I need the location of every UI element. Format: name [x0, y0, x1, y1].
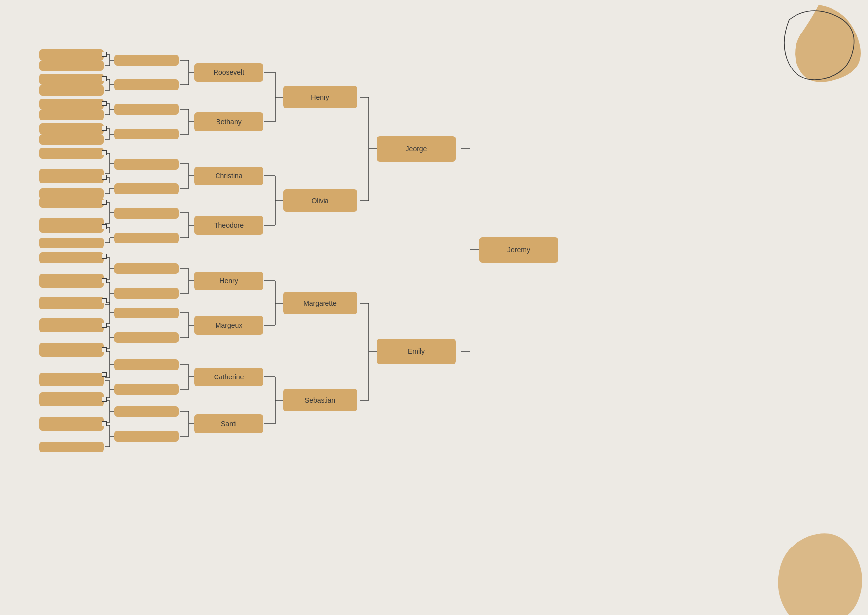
sq-conn-6: [102, 175, 107, 180]
r3-label-1: Bethany: [216, 118, 241, 126]
r1-node-6: [39, 109, 104, 120]
r3-node-henry: Henry: [194, 272, 263, 290]
r4-label-0: Henry: [311, 93, 329, 101]
r3-node-bethany: Bethany: [194, 112, 263, 131]
sq-conn-8: [102, 224, 107, 229]
r2-node-16: [114, 431, 179, 442]
r2-node-4: [114, 129, 179, 139]
r1-node-1: [39, 49, 104, 60]
r4-node-olivia: Olivia: [283, 189, 357, 212]
r2-node-2: [114, 79, 179, 90]
sq-conn-16: [102, 421, 107, 426]
r2-node-13: [114, 359, 179, 370]
r1-node-15: [39, 222, 104, 233]
r2-node-1: [114, 55, 179, 66]
r3-node-margeux: Margeux: [194, 316, 263, 335]
r1-node-31: [39, 420, 104, 431]
r5-label-1: Emily: [408, 347, 425, 355]
r1-node-2: [39, 60, 104, 71]
r1-node-32: [39, 442, 104, 452]
r6-label-0: Jeremy: [507, 246, 530, 254]
r1-node-23: [39, 321, 104, 332]
sq-conn-5: [102, 150, 107, 155]
r5-node-emily: Emily: [377, 339, 456, 364]
r3-node-theodore: Theodore: [194, 216, 263, 235]
r1-node-13: [39, 197, 104, 208]
r1-node-16: [39, 238, 104, 248]
sq-conn-14: [102, 372, 107, 377]
r2-node-11: [114, 308, 179, 318]
r4-label-1: Olivia: [311, 197, 328, 205]
r1-node-7: [39, 123, 104, 134]
r4-label-2: Margarette: [303, 299, 337, 307]
r2-node-10: [114, 288, 179, 299]
r6-node-jeremy: Jeremy: [479, 237, 558, 263]
r4-node-henry: Henry: [283, 86, 357, 108]
r3-label-3: Theodore: [214, 221, 244, 229]
r3-node-catherine: Catherine: [194, 368, 263, 386]
bracket-container: Roosevelt Bethany Christina Theodore Hen…: [39, 25, 631, 591]
r1-node-4: [39, 85, 104, 96]
r1-node-11: [39, 172, 104, 183]
r4-node-margarette: Margarette: [283, 292, 357, 314]
r1-node-19: [39, 277, 104, 288]
r1-node-21: [39, 297, 104, 308]
sq-conn-1: [102, 52, 107, 57]
sq-conn-10: [102, 278, 107, 283]
r1-node-29: [39, 395, 104, 406]
r3-label-2: Christina: [215, 172, 242, 180]
sq-conn-3: [102, 101, 107, 106]
r3-node-christina: Christina: [194, 167, 263, 185]
r1-node-25: [39, 346, 104, 357]
r2-node-12: [114, 332, 179, 343]
r3-label-0: Roosevelt: [214, 68, 244, 76]
r2-node-14: [114, 384, 179, 395]
r5-node-jeorge: Jeorge: [377, 136, 456, 162]
r4-node-sebastian: Sebastian: [283, 389, 357, 411]
r1-node-17: [39, 252, 104, 263]
sq-conn-13: [102, 347, 107, 352]
sq-conn-4: [102, 126, 107, 131]
blob-bottom-right: [769, 526, 868, 615]
r1-node-27: [39, 376, 104, 386]
r3-node-santi: Santi: [194, 414, 263, 433]
r1-node-3: [39, 74, 104, 85]
r1-node-9: [39, 148, 104, 159]
r4-label-3: Sebastian: [305, 396, 335, 404]
r3-label-7: Santi: [221, 420, 237, 428]
r3-node-roosevelt: Roosevelt: [194, 63, 263, 82]
r3-label-5: Margeux: [216, 321, 242, 329]
r3-label-6: Catherine: [214, 373, 244, 381]
r2-node-5: [114, 159, 179, 170]
r1-node-5: [39, 99, 104, 109]
r2-node-6: [114, 183, 179, 194]
sq-conn-11: [102, 298, 107, 303]
r2-node-7: [114, 208, 179, 219]
blob-top-right: [760, 0, 868, 99]
r1-node-8: [39, 134, 104, 145]
sq-conn-7: [102, 200, 107, 205]
r2-node-9: [114, 263, 179, 274]
r5-label-0: Jeorge: [406, 145, 427, 153]
r2-node-15: [114, 406, 179, 417]
sq-conn-9: [102, 254, 107, 259]
r3-label-4: Henry: [219, 277, 238, 285]
sq-conn-15: [102, 397, 107, 402]
r2-node-8: [114, 233, 179, 243]
r2-node-3: [114, 104, 179, 115]
sq-conn-2: [102, 76, 107, 81]
sq-conn-12: [102, 323, 107, 328]
